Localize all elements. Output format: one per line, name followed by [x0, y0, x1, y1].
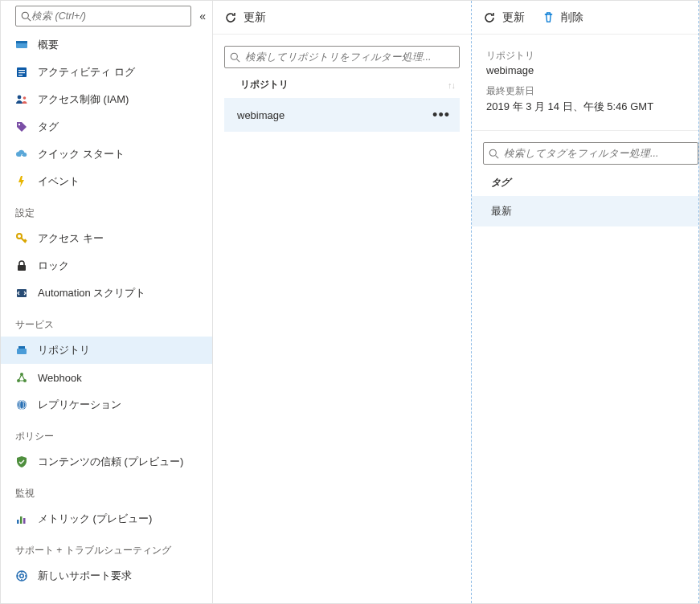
- delete-icon: [542, 11, 555, 23]
- sidebar-item-label: リポジトリ: [38, 343, 90, 357]
- sidebar-item-events[interactable]: イベント: [1, 168, 212, 195]
- svg-rect-22: [20, 516, 23, 524]
- section-services: サービス: [1, 307, 212, 337]
- sort-icon[interactable]: ↑↓: [448, 80, 455, 90]
- collapse-sidebar-button[interactable]: «: [198, 8, 207, 24]
- svg-rect-7: [18, 75, 23, 76]
- sidebar-item-repositories[interactable]: リポジトリ: [1, 337, 212, 364]
- section-support: サポート + トラブルシューティング: [1, 533, 212, 562]
- search-icon: [489, 149, 499, 159]
- delete-label: 削除: [561, 10, 583, 25]
- repo-detail-toolbar: 更新 削除: [472, 1, 698, 35]
- sidebar-item-label: メトリック (プレビュー): [38, 512, 152, 526]
- repo-detail-panel: 更新 削除 リポジトリ webimage 最終更新日 2019 年 3 月 14…: [472, 1, 699, 603]
- replication-icon: [15, 398, 28, 411]
- sidebar-item-label: アクティビティ ログ: [38, 65, 135, 80]
- sidebar-item-label: イベント: [38, 174, 80, 189]
- svg-rect-12: [18, 265, 26, 271]
- sidebar-item-quick-start[interactable]: クイック スタート: [1, 141, 212, 168]
- svg-line-29: [496, 155, 499, 158]
- repo-name: webimage: [237, 109, 285, 121]
- shield-icon: [15, 455, 28, 468]
- svg-point-28: [489, 149, 496, 156]
- tag-icon: [15, 120, 28, 133]
- delete-button[interactable]: 削除: [542, 10, 583, 25]
- tag-filter[interactable]: [483, 142, 698, 165]
- sidebar-item-label: クイック スタート: [38, 147, 125, 161]
- svg-point-25: [20, 574, 24, 578]
- svg-point-10: [18, 124, 20, 125]
- svg-rect-3: [16, 41, 27, 43]
- section-monitor: 監視: [1, 475, 212, 505]
- repo-row[interactable]: webimage •••: [224, 98, 460, 132]
- sidebar-item-access-control[interactable]: アクセス制御 (IAM): [1, 86, 212, 113]
- svg-rect-5: [18, 70, 25, 71]
- sidebar-item-activity-log[interactable]: アクティビティ ログ: [1, 59, 212, 86]
- repo-filter-input[interactable]: [245, 51, 454, 63]
- refresh-icon: [224, 11, 237, 24]
- repo-list-toolbar: 更新: [213, 1, 471, 35]
- repository-icon: [15, 344, 28, 357]
- sidebar-item-webhook[interactable]: Webhook: [1, 364, 212, 391]
- repo-column-label: リポジトリ: [240, 78, 289, 92]
- sidebar-item-overview[interactable]: 概要: [1, 31, 212, 59]
- overview-icon: [15, 39, 28, 51]
- sidebar-menu: 概要 アクティビティ ログ アクセス制御 (IAM) タグ: [1, 31, 212, 590]
- lock-icon: [15, 259, 28, 272]
- sidebar-item-label: アクセス キー: [38, 231, 104, 246]
- sidebar-search-input[interactable]: [31, 10, 186, 22]
- tag-row[interactable]: 最新: [472, 196, 698, 226]
- refresh-button[interactable]: 更新: [483, 10, 525, 25]
- svg-point-26: [231, 53, 237, 59]
- sidebar-item-label: アクセス制御 (IAM): [38, 92, 129, 107]
- section-policy: ポリシー: [1, 418, 212, 448]
- activity-log-icon: [15, 66, 28, 79]
- sidebar-item-metrics[interactable]: メトリック (プレビュー): [1, 505, 212, 533]
- access-control-icon: [15, 93, 28, 106]
- search-icon: [21, 11, 31, 22]
- svg-rect-6: [18, 72, 25, 73]
- repo-label: リポジトリ: [486, 49, 684, 63]
- sidebar-item-access-keys[interactable]: アクセス キー: [1, 225, 212, 252]
- quick-start-icon: [15, 148, 28, 161]
- svg-point-19: [17, 400, 27, 410]
- search-icon: [230, 52, 240, 63]
- sidebar-item-label: Webhook: [38, 372, 82, 384]
- svg-line-1: [28, 18, 31, 21]
- webhook-icon: [15, 371, 28, 384]
- sidebar-item-lock[interactable]: ロック: [1, 252, 212, 280]
- sidebar-item-label: 概要: [38, 38, 59, 52]
- sidebar: « 概要 アクティビティ ログ アクセス制御 (IAM): [1, 1, 213, 603]
- more-actions-button[interactable]: •••: [432, 107, 450, 124]
- sidebar-item-label: レプリケーション: [38, 398, 121, 412]
- metrics-icon: [15, 512, 28, 525]
- updated-label: 最終更新日: [486, 84, 684, 98]
- sidebar-search[interactable]: [15, 6, 191, 27]
- refresh-icon: [483, 11, 496, 24]
- sidebar-item-label: タグ: [38, 120, 59, 134]
- script-icon: [15, 287, 28, 300]
- svg-rect-15: [18, 346, 25, 349]
- refresh-button[interactable]: 更新: [224, 10, 266, 25]
- key-icon: [15, 232, 28, 245]
- repo-filter[interactable]: [224, 46, 460, 68]
- svg-point-9: [23, 96, 27, 100]
- repo-list-header[interactable]: リポジトリ ↑↓: [224, 68, 460, 98]
- section-settings: 設定: [1, 195, 212, 225]
- sidebar-item-label: 新しいサポート要求: [38, 569, 132, 583]
- sidebar-item-tags[interactable]: タグ: [1, 113, 212, 141]
- sidebar-item-new-support-request[interactable]: 新しいサポート要求: [1, 562, 212, 590]
- events-icon: [15, 175, 28, 188]
- svg-rect-23: [23, 518, 26, 524]
- refresh-label: 更新: [502, 10, 525, 25]
- svg-rect-21: [17, 520, 19, 524]
- sidebar-item-label: ロック: [38, 259, 69, 273]
- sidebar-item-label: コンテンツの信頼 (プレビュー): [38, 455, 183, 469]
- sidebar-item-automation-script[interactable]: Automation スクリプト: [1, 280, 212, 307]
- svg-point-8: [18, 96, 22, 100]
- svg-point-0: [22, 12, 28, 18]
- tag-name: 最新: [491, 204, 512, 218]
- sidebar-item-replication[interactable]: レプリケーション: [1, 391, 212, 418]
- sidebar-item-content-trust[interactable]: コンテンツの信頼 (プレビュー): [1, 448, 212, 475]
- tag-filter-input[interactable]: [504, 148, 693, 159]
